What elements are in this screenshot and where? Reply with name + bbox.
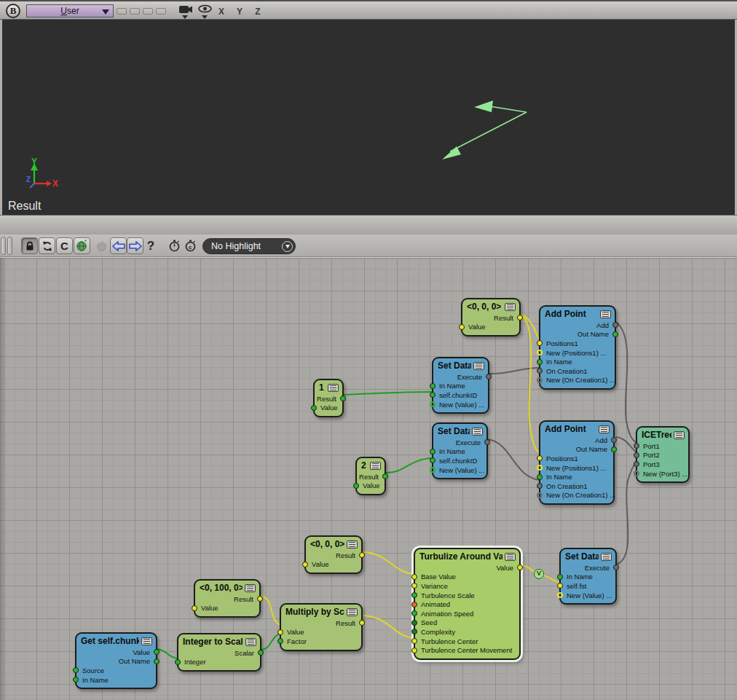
- node-set-data-3[interactable]: Set DataExecuteIn Nameself.fstNew (Value…: [559, 548, 617, 605]
- port-turbulence-scale[interactable]: Turbulence Scale: [415, 591, 519, 600]
- port-dot-out-name[interactable]: [612, 331, 618, 337]
- node-menu-icon[interactable]: [600, 310, 611, 318]
- port-self-chunkid[interactable]: self.chunkID: [433, 390, 488, 400]
- node-menu-icon[interactable]: [674, 431, 685, 439]
- node-menu-icon[interactable]: [505, 303, 516, 311]
- port-factor[interactable]: Factor: [281, 637, 361, 646]
- node-add-point-1[interactable]: Add PointAddOut NamePositions1New (Posit…: [539, 305, 616, 390]
- port-dot-value[interactable]: [192, 605, 197, 611]
- node-scalar-1[interactable]: 1ResultValue: [313, 379, 344, 417]
- node-scalar-2[interactable]: 2ResultValue: [355, 457, 386, 495]
- port-ring-new-on-creation1[interactable]: [537, 492, 543, 498]
- port-ring-new-port3[interactable]: [634, 471, 639, 476]
- port-ring-new-value[interactable]: [430, 401, 436, 407]
- port-result[interactable]: Result: [357, 472, 385, 481]
- port-add[interactable]: Add: [540, 436, 613, 445]
- node-menu-icon[interactable]: [347, 540, 358, 548]
- port-animation-speed[interactable]: Animation Speed: [415, 609, 519, 618]
- port-result[interactable]: Result: [281, 618, 361, 628]
- port-positions1[interactable]: Positions1: [540, 454, 613, 463]
- node-get-self-chunkid[interactable]: Get self.chunkIDValueOut NameSourceIn Na…: [75, 632, 157, 689]
- port-dot-in-name[interactable]: [430, 449, 436, 455]
- port-dot-port1[interactable]: [634, 443, 639, 449]
- port-dot-value[interactable]: [517, 565, 523, 570]
- node-turbulize-around-value[interactable]: Turbulize Around ValuValueBase ValueVari…: [414, 548, 521, 660]
- port-dot-in-name[interactable]: [430, 383, 436, 389]
- port-variance[interactable]: Variance: [415, 581, 519, 591]
- port-dot-positions1[interactable]: [537, 455, 543, 461]
- port-ring-new-on-creation1[interactable]: [537, 377, 543, 383]
- port-dot-self-fst[interactable]: [557, 583, 563, 589]
- port-port3[interactable]: Port3: [637, 460, 688, 469]
- port-port2[interactable]: Port2: [637, 451, 688, 460]
- port-dot-source[interactable]: [73, 667, 79, 673]
- port-add[interactable]: Add: [540, 320, 615, 330]
- port-in-name[interactable]: In Name: [561, 573, 615, 582]
- port-dot-value[interactable]: [302, 562, 308, 567]
- port-dot-execute[interactable]: [613, 565, 619, 570]
- port-result[interactable]: Result: [315, 394, 342, 404]
- port-new-value[interactable]: New (Value) ...: [433, 400, 488, 409]
- port-dot-turbulence-center[interactable]: [411, 638, 417, 644]
- port-dot-result[interactable]: [257, 596, 263, 602]
- port-new-on-creation1[interactable]: New (On Creation1) ...: [540, 376, 615, 385]
- port-value[interactable]: Value: [306, 560, 361, 570]
- port-new-positions1[interactable]: New (Positions1) ...: [540, 463, 613, 473]
- node-vector-0-100-0[interactable]: <0, 100, 0>ResultValue: [194, 579, 261, 618]
- node-set-data-1[interactable]: Set DataExecuteIn Nameself.chunkIDNew (V…: [432, 357, 489, 414]
- port-dot-out-name[interactable]: [611, 447, 617, 452]
- port-dot-add[interactable]: [612, 322, 618, 328]
- port-ring-new-positions1[interactable]: [537, 350, 543, 355]
- port-dot-in-name[interactable]: [73, 677, 79, 683]
- node-menu-icon[interactable]: [347, 608, 358, 616]
- port-dot-seed[interactable]: [411, 620, 417, 626]
- node-menu-icon[interactable]: [472, 428, 483, 436]
- port-dot-execute[interactable]: [484, 439, 490, 445]
- port-dot-port3[interactable]: [634, 461, 639, 467]
- port-in-name[interactable]: In Name: [76, 675, 156, 685]
- node-menu-icon[interactable]: [601, 553, 612, 561]
- port-positions1[interactable]: Positions1: [540, 339, 615, 348]
- port-in-name[interactable]: In Name: [433, 447, 486, 457]
- node-ice-tree[interactable]: ICETreePort1Port2Port3New (Port3) ...: [636, 426, 690, 483]
- port-source[interactable]: Source: [76, 666, 156, 675]
- port-on-creation1[interactable]: On Creation1: [540, 366, 615, 376]
- port-dot-result[interactable]: [382, 473, 388, 479]
- port-dot-value[interactable]: [311, 405, 317, 411]
- port-dot-result[interactable]: [359, 620, 365, 626]
- port-on-creation1[interactable]: On Creation1: [540, 481, 613, 491]
- port-seed[interactable]: Seed: [415, 618, 519, 628]
- port-dot-self-chunkid[interactable]: [430, 457, 436, 463]
- port-value[interactable]: Value: [357, 481, 385, 491]
- port-result[interactable]: Result: [462, 313, 519, 323]
- port-dot-turbulence-center-movement[interactable]: [411, 648, 417, 653]
- port-dot-add[interactable]: [611, 437, 617, 443]
- port-ring-new-positions1[interactable]: [537, 465, 543, 471]
- port-execute[interactable]: Execute: [433, 438, 486, 447]
- port-dot-factor[interactable]: [277, 638, 283, 644]
- port-dot-animated[interactable]: [411, 602, 417, 607]
- port-dot-complexity[interactable]: [411, 629, 417, 634]
- port-ring-new-value[interactable]: [430, 467, 436, 473]
- node-integer-to-scalar[interactable]: Integer to ScalarScalarInteger: [177, 633, 261, 672]
- node-menu-icon[interactable]: [505, 553, 516, 561]
- port-dot-animation-speed[interactable]: [411, 610, 417, 616]
- port-dot-result[interactable]: [340, 396, 346, 401]
- port-result[interactable]: Result: [306, 551, 361, 560]
- port-execute[interactable]: Execute: [561, 563, 615, 573]
- port-in-name[interactable]: In Name: [433, 382, 488, 391]
- port-dot-value[interactable]: [277, 629, 283, 635]
- port-out-name[interactable]: Out Name: [540, 445, 613, 455]
- port-dot-result[interactable]: [517, 315, 523, 320]
- port-execute[interactable]: Execute: [433, 372, 488, 382]
- port-value[interactable]: Value: [281, 628, 361, 637]
- port-new-on-creation1[interactable]: New (On Creation1) ...: [540, 491, 613, 500]
- port-dot-self-chunkid[interactable]: [430, 392, 436, 398]
- port-dot-on-creation1[interactable]: [537, 368, 543, 374]
- port-new-value[interactable]: New (Value) ...: [433, 465, 486, 475]
- port-dot-value[interactable]: [459, 324, 465, 330]
- node-multiply-by-scalar[interactable]: Multiply by ScalaResultValueFactor: [280, 603, 363, 651]
- node-menu-icon[interactable]: [328, 384, 339, 392]
- port-in-name[interactable]: In Name: [540, 472, 613, 481]
- port-out-name[interactable]: Out Name: [76, 657, 156, 666]
